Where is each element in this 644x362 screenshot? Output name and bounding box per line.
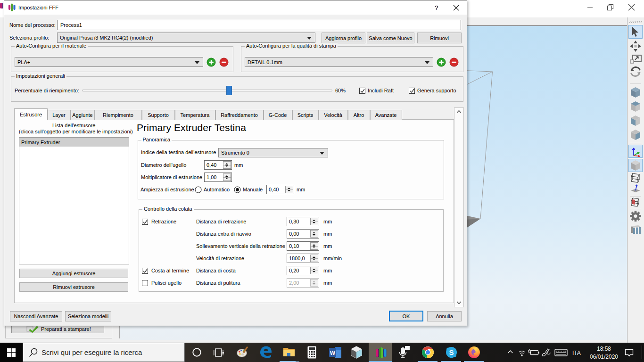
svg-text:W: W [330, 350, 336, 356]
svg-text:S: S [449, 348, 454, 356]
